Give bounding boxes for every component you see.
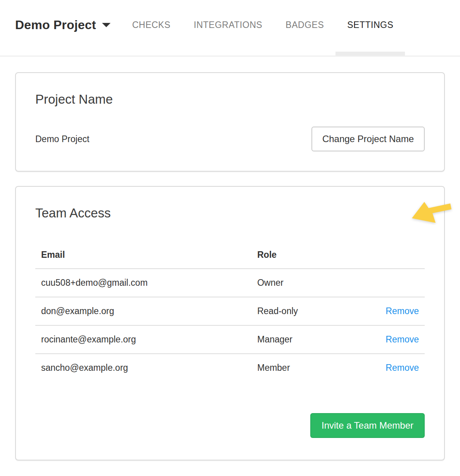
member-email: cuu508+demo@gmail.com: [35, 269, 251, 297]
top-navigation: Demo Project CHECKS INTEGRATIONS BADGES …: [0, 0, 460, 57]
member-email: don@example.org: [35, 297, 251, 325]
member-action-cell: Remove: [372, 297, 425, 325]
table-header-row: Email Role: [35, 241, 425, 269]
project-title: Demo Project: [15, 18, 96, 32]
tab-bar: CHECKS INTEGRATIONS BADGES SETTINGS: [121, 0, 405, 56]
table-row: rocinante@example.org Manager Remove: [35, 325, 425, 354]
project-name-card: Project Name Demo Project Change Project…: [15, 72, 445, 172]
tab-integrations[interactable]: INTEGRATIONS: [182, 0, 274, 56]
member-role: Read-only: [251, 297, 372, 325]
change-project-name-button[interactable]: Change Project Name: [311, 127, 425, 151]
team-members-table: Email Role cuu508+demo@gmail.com Owner d…: [35, 241, 425, 382]
project-switcher[interactable]: Demo Project: [15, 0, 111, 56]
project-name-value: Demo Project: [35, 134, 89, 144]
team-access-card: Team Access Email Role cuu508+demo@gmail…: [15, 186, 445, 460]
member-role: Manager: [251, 325, 372, 354]
invite-team-member-button[interactable]: Invite a Team Member: [310, 413, 425, 438]
member-role: Member: [251, 354, 372, 382]
project-name-card-title: Project Name: [35, 92, 425, 107]
settings-page: Project Name Demo Project Change Project…: [0, 57, 460, 460]
member-role: Owner: [251, 269, 372, 297]
table-row: cuu508+demo@gmail.com Owner: [35, 269, 425, 297]
member-action-cell: Remove: [372, 354, 425, 382]
remove-member-link[interactable]: Remove: [386, 334, 419, 344]
role-column-header: Role: [251, 241, 372, 269]
remove-member-link[interactable]: Remove: [386, 306, 419, 316]
member-action-cell: [372, 269, 425, 297]
tab-checks[interactable]: CHECKS: [121, 0, 182, 56]
member-action-cell: Remove: [372, 325, 425, 354]
member-email: rocinante@example.org: [35, 325, 251, 354]
tab-settings[interactable]: SETTINGS: [335, 0, 405, 56]
table-row: don@example.org Read-only Remove: [35, 297, 425, 325]
member-email: sancho@example.org: [35, 354, 251, 382]
email-column-header: Email: [35, 241, 251, 269]
team-access-card-title: Team Access: [35, 205, 425, 221]
action-column-header: [372, 241, 425, 269]
remove-member-link[interactable]: Remove: [386, 363, 419, 373]
caret-down-icon: [102, 23, 111, 27]
tab-badges[interactable]: BADGES: [274, 0, 335, 56]
table-row: sancho@example.org Member Remove: [35, 354, 425, 382]
